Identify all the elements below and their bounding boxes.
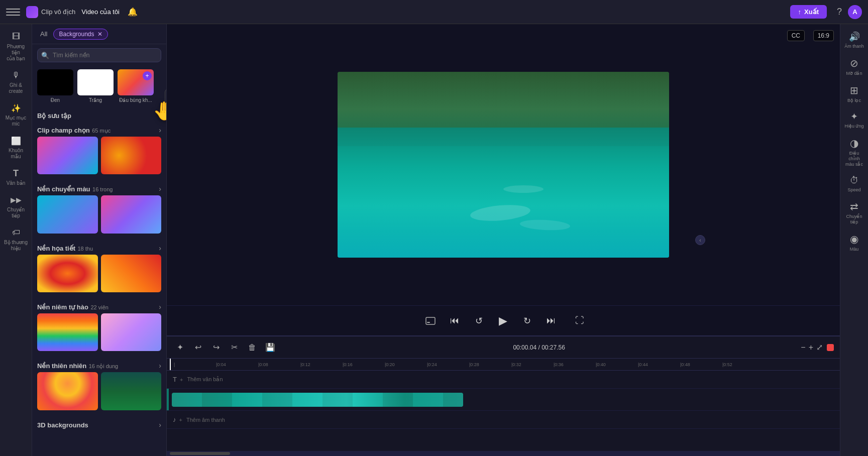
right-sidebar-effects[interactable]: ✦ Hiệu ứng (842, 108, 866, 132)
color-picker-button[interactable] (827, 344, 834, 351)
sidebar-item-elements[interactable]: ✨ Mục mụcmic (2, 99, 30, 130)
pattern-thumb-2[interactable] (101, 255, 162, 292)
section-pattern-header[interactable]: Nền họa tiết 18 thu › (37, 240, 161, 255)
section-gradient-header[interactable]: Nền chuyển màu 16 trong › (37, 180, 161, 195)
right-sidebar-filter[interactable]: ⊞ Bộ lọc (842, 81, 866, 106)
right-sidebar-speed[interactable]: ⏱ Speed (842, 172, 866, 196)
sidebar-item-brand[interactable]: 🏷 Bộ thương hiệu (2, 224, 30, 255)
fullscreen-button[interactable]: ⛶ (575, 315, 584, 326)
zoom-fit-button[interactable]: ⤢ (816, 343, 823, 352)
background-white[interactable]: Trắng (77, 69, 114, 103)
zoom-out-button[interactable]: − (801, 343, 805, 352)
sidebar-item-media[interactable]: 🎞 Phương tiệncủa bạn (2, 28, 30, 65)
scrollbar-thumb[interactable] (170, 452, 230, 455)
sidebar-item-record[interactable]: 🎙 Ghi &create (2, 67, 30, 97)
play-button[interactable]: ▶ (495, 313, 511, 329)
nature-thumb-2[interactable] (101, 372, 162, 410)
nature-grid (37, 372, 161, 410)
video-name[interactable]: Video của tôi (81, 8, 120, 16)
section-nature-header[interactable]: Nền thiên nhiên 16 nội dung › (37, 357, 161, 372)
gradient-thumb-2[interactable] (101, 195, 162, 233)
video-frame (338, 72, 669, 258)
timeline-toolbar: ✦ ↩ ↪ ✂ 🗑 💾 00:00.04 / 00:27.56 − + ⤢ (167, 336, 840, 359)
zoom-in-button[interactable]: + (809, 343, 813, 352)
video-clip[interactable] (172, 393, 463, 407)
black-thumb[interactable] (37, 69, 73, 95)
clip-thumb-2[interactable] (101, 137, 162, 174)
video-preview: CC 16:9 (167, 24, 840, 305)
section-3d-header[interactable]: 3D backgrounds › (37, 416, 161, 431)
undo-button[interactable]: ↩ (191, 340, 205, 355)
save-button[interactable]: 💾 (263, 340, 277, 355)
aspect-ratio-badge: 16:9 (813, 30, 834, 41)
clip-thumb-1[interactable] (37, 137, 98, 174)
forward-5s-button[interactable]: ↻ (519, 313, 535, 329)
delete-button[interactable]: 🗑 (245, 340, 259, 355)
cc-badge[interactable]: CC (787, 30, 805, 41)
right-sidebar-fade[interactable]: ⊘ Mờ dần (842, 54, 866, 79)
add-overlay-icon: + (143, 71, 152, 80)
menu-button[interactable] (6, 5, 20, 19)
right-sidebar: 🔊 Âm thanh ⊘ Mờ dần ⊞ Bộ lọc ✦ Hiệu ứng … (840, 24, 868, 456)
color-adjust-icon: ◑ (850, 137, 858, 149)
tab-backgrounds-close[interactable]: ✕ (97, 31, 102, 38)
nature-thumb-1[interactable] (37, 372, 98, 410)
filter-icon: ⊞ (850, 84, 858, 96)
record-icon: 🎙 (11, 70, 22, 81)
search-input[interactable] (37, 48, 161, 62)
sidebar-item-frames[interactable]: ⬜ Khuôn mẫu (2, 132, 30, 163)
add-audio-button[interactable]: ♪ + Thêm âm thanh (173, 416, 225, 423)
sidebar-item-text[interactable]: T Văn bản (2, 165, 30, 189)
gradient-expand-icon[interactable]: › (159, 185, 161, 193)
panel-collapse-button[interactable]: ‹ (695, 235, 705, 245)
pride-expand-icon[interactable]: › (159, 303, 161, 311)
pride-thumb-2[interactable] (101, 313, 162, 351)
select-tool-button[interactable]: ✦ (173, 340, 187, 355)
help-icon[interactable]: ? (837, 7, 842, 17)
media-icon: 🎞 (11, 31, 22, 42)
right-sidebar-color[interactable]: ◉ Màu (842, 230, 866, 255)
timeline-scrollbar[interactable] (167, 451, 840, 456)
avatar[interactable]: A (848, 5, 862, 19)
rewind-5s-button[interactable]: ↺ (471, 313, 487, 329)
basic-backgrounds: Đen Trắng + Đầu bùng kh... (32, 66, 166, 108)
3d-expand-icon[interactable]: › (159, 421, 161, 429)
colorful-thumb[interactable]: + (118, 69, 154, 95)
frames-icon: ⬜ (11, 135, 22, 146)
gradient-grid (37, 195, 161, 233)
nature-expand-icon[interactable]: › (159, 362, 161, 370)
sidebar-item-transitions[interactable]: ▶▶ Chuyển tiếp (2, 191, 30, 222)
section-pride-header[interactable]: Nền niêm tự hào 22 viên › (37, 298, 161, 313)
white-thumb[interactable] (77, 69, 114, 95)
zoom-controls: − + ⤢ (801, 343, 823, 352)
cut-button[interactable]: ✂ (227, 340, 241, 355)
playhead[interactable] (170, 359, 171, 370)
bell-icon[interactable]: 🔔 (128, 7, 138, 17)
pattern-expand-icon[interactable]: › (159, 244, 161, 252)
section-clip-champ-header[interactable]: Clip champ chọn 65 mục › (37, 122, 161, 137)
video-clip-inner (172, 393, 463, 407)
audio-track-row: ♪ + Thêm âm thanh (167, 411, 840, 429)
pattern-thumb-1[interactable] (37, 255, 98, 292)
background-black[interactable]: Đen (37, 69, 73, 103)
tab-backgrounds[interactable]: Backgrounds ✕ (53, 29, 107, 40)
svg-rect-1 (427, 322, 430, 323)
gradient-thumb-1[interactable] (37, 195, 98, 233)
clip-champ-expand-icon[interactable]: › (159, 126, 161, 134)
transitions-icon: ▶▶ (11, 194, 22, 205)
right-sidebar-volume[interactable]: 🔊 Âm thanh (842, 28, 866, 52)
export-button[interactable]: ↑ Xuất (790, 5, 827, 19)
tab-all[interactable]: All (37, 28, 50, 40)
redo-button[interactable]: ↪ (209, 340, 223, 355)
pride-thumb-1[interactable] (37, 313, 98, 351)
clip-champ-grid (37, 137, 161, 174)
skip-back-button[interactable]: ⏮ (447, 313, 463, 329)
panel-tabs: All Backgrounds ✕ (32, 24, 166, 44)
right-sidebar-color-adjust[interactable]: ◑ Điều chỉnhmàu sắc (842, 134, 866, 170)
video-track-row (167, 389, 840, 411)
skip-forward-button[interactable]: ⏭ (543, 313, 559, 329)
subtitle-toggle-button[interactable] (422, 313, 439, 329)
background-colorful[interactable]: + Đầu bùng kh... (118, 69, 154, 103)
add-text-button[interactable]: T + Thêm văn bản (173, 376, 223, 383)
right-sidebar-transform[interactable]: ⇄ Chuyển tiếp (842, 197, 866, 228)
